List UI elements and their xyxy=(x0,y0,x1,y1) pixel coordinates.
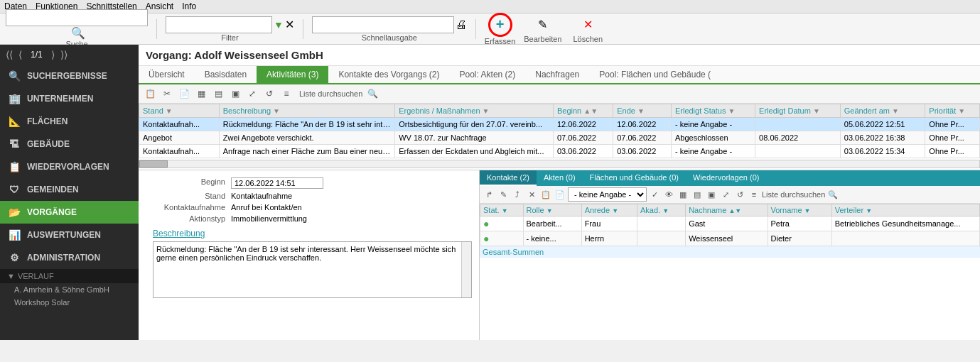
c-delete-icon[interactable]: ✕ xyxy=(525,188,538,201)
wiedervorlagen-icon: 📋 xyxy=(7,160,21,174)
stand-value: Kontaktaufnahme xyxy=(231,192,472,200)
description-scrollbar[interactable] xyxy=(461,242,471,297)
nav-next-icon[interactable]: ⟩ xyxy=(50,49,56,60)
filter-x-icon[interactable]: ✕ xyxy=(285,18,294,31)
sidebar-item-administration[interactable]: ⚙ ADMINISTRATION xyxy=(0,246,139,269)
sub-grid-icon[interactable]: ▦ xyxy=(194,87,208,101)
ct-col-akad: Akad. ▼ xyxy=(637,204,685,216)
c-menu2-icon[interactable]: ≡ xyxy=(748,188,760,201)
ct-cell-akad xyxy=(637,216,685,231)
table-row[interactable]: Kontaktaufnah... Anfrage nach einer Fläc… xyxy=(139,145,980,158)
menu-info[interactable]: Info xyxy=(182,1,196,11)
sub-menu-icon[interactable]: ≡ xyxy=(279,87,294,101)
sub-table-icon[interactable]: ▣ xyxy=(228,87,242,101)
contact-tab-kontakte[interactable]: Kontakte (2) xyxy=(480,170,537,186)
beginn-input[interactable] xyxy=(231,177,323,189)
menu-ansicht[interactable]: Ansicht xyxy=(146,1,173,11)
contact-tab-flaechen[interactable]: Flächen und Gebäude (0) xyxy=(583,170,686,186)
nav-pages: 1/1 xyxy=(26,50,47,60)
c-view-icon[interactable]: 👁 xyxy=(662,188,675,201)
nav-first-icon[interactable]: ⟨⟨ xyxy=(4,49,14,60)
gebaeude-icon: 🏗 xyxy=(7,137,21,151)
sidebar-item-unternehmen[interactable]: 🏢 UNTERNEHMEN xyxy=(0,87,139,110)
table-scroll-thumb[interactable] xyxy=(139,160,168,168)
c-refresh2-icon[interactable]: ↺ xyxy=(733,188,746,201)
c-export-icon[interactable]: ▤ xyxy=(691,188,704,201)
cell-prioritaet: Ohne Pr... xyxy=(925,118,980,131)
administration-icon: ⚙ xyxy=(7,251,21,265)
c-paste-icon[interactable]: 📄 xyxy=(554,188,566,201)
erfassen-button[interactable]: + Erfassen xyxy=(485,13,515,45)
tab-nachfragen[interactable]: Nachfragen xyxy=(525,66,589,84)
contact-tab-wiedervorlagen[interactable]: Wiedervorlagen (0) xyxy=(686,170,767,186)
tab-aktivitaeten[interactable]: Aktivitäten (3) xyxy=(257,66,328,84)
loeschen-button[interactable]: ✕ Löschen xyxy=(571,13,606,45)
sidebar-item-suchergebnisse[interactable]: 🔍 SUCHERGEBNISSE xyxy=(0,65,139,87)
ct-cell-vorname: Dieter xyxy=(768,231,831,246)
sub-paste-icon[interactable]: 📄 xyxy=(177,87,191,101)
sub-cut-icon[interactable]: ✂ xyxy=(160,87,174,101)
c-grid2-icon[interactable]: ▦ xyxy=(677,188,689,201)
nav-last-icon[interactable]: ⟩⟩ xyxy=(59,49,69,60)
sidebar-item-wiedervorlagen[interactable]: 📋 WIEDERVORLAGEN xyxy=(0,155,139,178)
description-link[interactable]: Beschreibung xyxy=(153,229,472,238)
c-table2-icon[interactable]: ▣ xyxy=(705,188,718,201)
bearbeiten-icon: ✎ xyxy=(533,15,553,35)
quick-section: 🖨 Schnellausgabe xyxy=(312,16,467,42)
tab-uebersicht[interactable]: Übersicht xyxy=(139,66,195,84)
list-search-icon[interactable]: 🔍 xyxy=(365,87,379,101)
tab-pool-akten[interactable]: Pool: Akten (2) xyxy=(450,66,526,84)
print-icon[interactable]: 🖨 xyxy=(456,18,467,31)
sub-expand-icon[interactable]: ⤢ xyxy=(245,87,259,101)
sidebar-item-auswertungen[interactable]: 📊 AUSWERTUNGEN xyxy=(0,224,139,246)
sidebar-item-gebaeude[interactable]: 🏗 GEBÄUDE xyxy=(0,133,139,155)
sidebar-item-gemeinden[interactable]: 🛡 GEMEINDEN xyxy=(0,178,139,201)
gesamt-summen: Gesamt-Summen xyxy=(480,246,980,258)
erfassen-label: Erfassen xyxy=(485,37,515,45)
keine-angabe-dropdown[interactable]: - keine Angabe - xyxy=(568,187,647,202)
quick-input[interactable] xyxy=(312,16,454,33)
cell-ergebnis: WV 18.07. zur Nachfrage xyxy=(395,131,554,145)
tab-basisdaten[interactable]: Basisdaten xyxy=(195,66,257,84)
table-row[interactable]: Angebot Zwei Angebote verschickt. WV 18.… xyxy=(139,131,980,145)
c-search-icon[interactable]: 🔍 xyxy=(826,188,839,201)
sidebar-item-flaechen[interactable]: 📐 FLÄCHEN xyxy=(0,110,139,133)
verlauf-arrow[interactable]: ▼ xyxy=(7,272,15,280)
search-input[interactable] xyxy=(6,9,148,26)
sub-refresh-icon[interactable]: ↺ xyxy=(262,87,276,101)
sidebar-item-vorgaenge[interactable]: 📂 VORGÄNGE xyxy=(0,201,139,224)
suchergebnisse-icon: 🔍 xyxy=(7,69,21,83)
c-add-icon[interactable]: ↱ xyxy=(483,188,495,201)
contact-row[interactable]: ● - keine... Herrn Weissenseel Dieter xyxy=(480,231,980,246)
c-expand2-icon[interactable]: ⤢ xyxy=(719,188,732,201)
c-link-icon[interactable]: ⤴ xyxy=(511,188,524,201)
history-item-0[interactable]: A. Amrhein & Söhne GmbH xyxy=(0,283,139,296)
separator-3 xyxy=(475,19,476,39)
c-copy-icon[interactable]: 📋 xyxy=(539,188,552,201)
loeschen-icon: ✕ xyxy=(578,15,598,35)
c-check-icon[interactable]: ✓ xyxy=(648,188,661,201)
contact-row[interactable]: ● Bearbeit... Frau Gast Petra Betrieblic… xyxy=(480,216,980,231)
tab-kontakte[interactable]: Kontakte des Vorgangs (2) xyxy=(328,66,449,84)
activity-table-container: Stand ▼ Beschreibung ▼ Ergebnis / Maßnah… xyxy=(139,104,980,158)
bearbeiten-button[interactable]: ✎ Bearbeiten xyxy=(521,13,564,45)
sidebar-label-vorgaenge: VORGÄNGE xyxy=(27,207,77,217)
history-item-1[interactable]: Workshop Solar xyxy=(0,296,139,309)
sub-copy-icon[interactable]: 📋 xyxy=(143,87,157,101)
filter-input[interactable] xyxy=(166,16,272,33)
table-scroll-track[interactable] xyxy=(139,160,980,168)
tab-pool-flaechen[interactable]: Pool: Flächen und Gebäude ( xyxy=(589,66,721,84)
sidebar-label-flaechen: FLÄCHEN xyxy=(27,116,68,126)
sub-list-icon[interactable]: ▤ xyxy=(211,87,225,101)
filter-funnel-icon[interactable]: ▼ xyxy=(274,19,284,31)
ct-cell-rolle: - keine... xyxy=(523,231,581,246)
contact-tab-akten[interactable]: Akten (0) xyxy=(537,170,583,186)
table-row[interactable]: Kontaktaufnah... Rückmeldung: Fläche "An… xyxy=(139,118,980,131)
search-icon[interactable]: 🔍 xyxy=(71,26,85,40)
separator-2 xyxy=(303,19,303,39)
c-edit-icon[interactable]: ✎ xyxy=(497,188,510,201)
ct-col-nachname: Nachname ▲▼ xyxy=(686,204,768,216)
nav-prev-icon[interactable]: ⟨ xyxy=(17,49,23,60)
col-geaendert: Geändert am ▼ xyxy=(840,104,925,118)
cell-stand: Kontaktaufnah... xyxy=(139,118,220,131)
